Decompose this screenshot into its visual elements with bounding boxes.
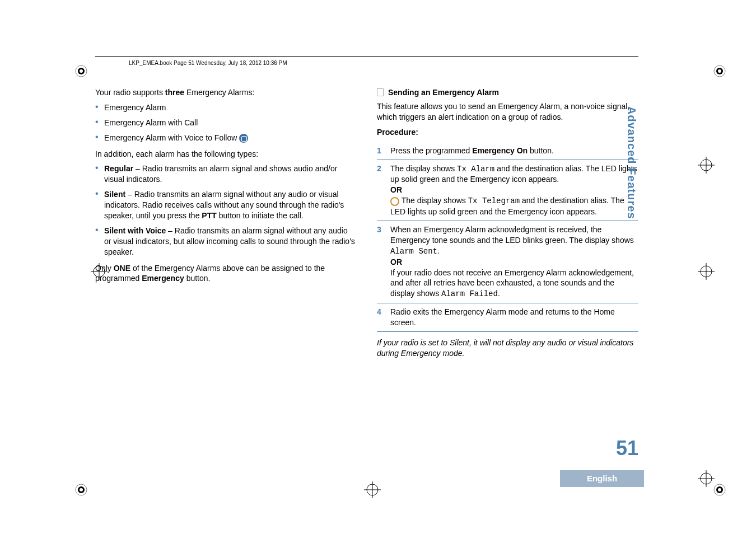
text: The display shows: [390, 164, 457, 173]
step-2: 2 The display shows Tx Alarm and the des…: [377, 160, 638, 221]
right-column: Sending an Emergency Alarm This feature …: [377, 87, 638, 363]
text-bold: ONE: [114, 264, 130, 273]
list-item: Silent – Radio transmits an alarm signal…: [95, 189, 357, 221]
step-text: The display shows Tx Alarm and the desti…: [390, 163, 638, 217]
text-bold: Emergency: [142, 274, 184, 283]
mono-text: Tx Alarm: [457, 165, 494, 174]
type-desc: button to initiate the call.: [217, 211, 304, 220]
types-intro: In addition, each alarm has the followin…: [95, 149, 357, 160]
step-number: 3: [377, 224, 385, 299]
header-rule: LKP_EMEA.book Page 51 Wednesday, July 18…: [95, 56, 638, 57]
type-name: Silent with Voice: [104, 226, 166, 235]
types-list: Regular – Radio transmits an alarm signa…: [95, 163, 357, 257]
crop-mark-icon: [73, 481, 90, 498]
text: If your radio does not receive an Emerge…: [390, 268, 634, 298]
crosshair-icon: [698, 157, 715, 174]
type-name: Regular: [104, 164, 133, 173]
voice-follow-icon: [239, 134, 248, 143]
svg-point-8: [80, 488, 83, 491]
crop-mark-icon: [711, 63, 728, 79]
step-text: When an Emergency Alarm acknowledgment i…: [390, 224, 638, 299]
procedure-label: Procedure:: [377, 127, 638, 138]
type-name: Silent: [104, 190, 125, 199]
heading-text: Sending an Emergency Alarm: [388, 88, 499, 97]
text: Emergency Alarm with Voice to Follow: [104, 133, 237, 142]
step-number: 2: [377, 163, 385, 217]
list-item: Emergency Alarm: [95, 102, 357, 113]
mono-text: Tx Telegram: [468, 196, 520, 205]
text: Emergency Alarms:: [184, 88, 254, 97]
text: When an Emergency Alarm acknowledgment i…: [390, 225, 634, 245]
list-item: Emergency Alarm with Call: [95, 118, 357, 128]
page-number: 51: [616, 437, 638, 460]
header-meta: LKP_EMEA.book Page 51 Wednesday, July 18…: [129, 60, 287, 66]
ptt-bold: PTT: [202, 211, 216, 220]
language-box: English: [560, 470, 644, 487]
alarm-list: Emergency Alarm Emergency Alarm with Cal…: [95, 102, 357, 143]
list-item: Silent with Voice – Radio transmits an a…: [95, 226, 357, 257]
or-bold: OR: [390, 257, 402, 266]
crosshair-icon: [698, 263, 715, 280]
antenna-icon: [390, 197, 399, 206]
section-heading: Sending an Emergency Alarm: [377, 87, 638, 97]
side-tab: Advanced Features: [625, 106, 638, 224]
dash: –: [133, 164, 142, 173]
document-icon: [377, 88, 384, 96]
text: .: [498, 289, 500, 298]
text: Your radio supports: [95, 88, 165, 97]
left-column: Your radio supports three Emergency Alar…: [95, 87, 357, 363]
text-bold: Procedure:: [377, 128, 418, 137]
procedure-steps: 1 Press the programmed Emergency On butt…: [377, 142, 638, 332]
section-label: Advanced Features: [625, 106, 638, 219]
text: Only: [95, 264, 114, 273]
feature-intro: This feature allows you to send an Emerg…: [377, 101, 638, 123]
silent-note: If your radio is set to Silent, it will …: [377, 338, 638, 359]
svg-point-2: [80, 69, 83, 73]
text: The display shows: [399, 196, 468, 205]
text: button.: [184, 274, 211, 283]
crop-mark-icon: [73, 63, 90, 79]
text-bold: Emergency On: [472, 146, 528, 155]
step-3: 3 When an Emergency Alarm acknowledgment…: [377, 221, 638, 303]
crosshair-icon: [698, 470, 715, 487]
dash: –: [166, 226, 175, 235]
only-one-note: Only ONE of the Emergency Alarms above c…: [95, 263, 357, 284]
text: button.: [528, 146, 554, 155]
step-number: 4: [377, 307, 385, 328]
svg-point-11: [718, 488, 721, 491]
step-number: 1: [377, 146, 385, 156]
text: .: [437, 246, 440, 255]
dash: –: [125, 190, 134, 199]
step-text: Press the programmed Emergency On button…: [390, 146, 638, 156]
mono-text: Alarm Sent: [390, 247, 437, 256]
step-1: 1 Press the programmed Emergency On butt…: [377, 142, 638, 160]
page-content: LKP_EMEA.book Page 51 Wednesday, July 18…: [95, 56, 638, 487]
list-item: Regular – Radio transmits an alarm signa…: [95, 163, 357, 185]
text: Press the programmed: [390, 146, 472, 155]
step-text: Radio exits the Emergency Alarm mode and…: [390, 307, 638, 328]
svg-point-5: [718, 69, 721, 73]
text-bold: three: [165, 88, 184, 97]
list-item: Emergency Alarm with Voice to Follow: [95, 133, 357, 143]
or-bold: OR: [390, 185, 402, 194]
mono-text: Alarm Failed: [441, 289, 498, 298]
step-4: 4 Radio exits the Emergency Alarm mode a…: [377, 303, 638, 332]
intro-line: Your radio supports three Emergency Alar…: [95, 87, 357, 98]
